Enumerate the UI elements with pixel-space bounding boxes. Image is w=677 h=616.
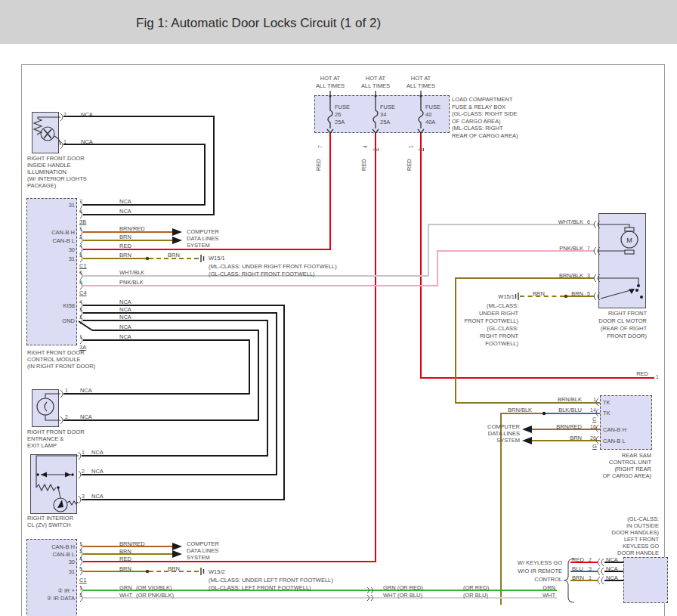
motor-label-1: RIGHT FRONT bbox=[608, 310, 647, 317]
sam-label-1: REAR SAM bbox=[622, 452, 651, 459]
handle-label-4: LEFT FRONT bbox=[624, 536, 659, 543]
sam-pin26: 26 bbox=[590, 435, 596, 441]
motor-pin5: 5 bbox=[587, 290, 590, 297]
m1-conn-c1: C1 bbox=[79, 262, 87, 269]
m1-pin2c: 2 bbox=[79, 314, 82, 320]
sam-pin14: 14 bbox=[590, 407, 596, 413]
illum-label-1: RIGHT FRONT DOOR bbox=[27, 155, 85, 162]
wire-brn-m2p5 bbox=[83, 571, 147, 572]
w15-1r-l2: UNDER RIGHT bbox=[479, 310, 518, 317]
m1-int-canbl: CAN-B L bbox=[52, 237, 75, 244]
m1-int-canbh: CAN-B H bbox=[51, 229, 75, 236]
m2-pin2: 2 bbox=[79, 548, 82, 555]
wire-brn-m1p5 bbox=[83, 258, 147, 259]
m1-pin5b: 5 bbox=[79, 279, 82, 286]
handle-nca2: NCA bbox=[606, 565, 618, 572]
sam-w-brnblk2: BRN/BLK bbox=[508, 407, 532, 413]
hot-label-3b: ALL TIMES bbox=[407, 82, 435, 89]
m1-w-brn5: BRN bbox=[119, 252, 131, 258]
fusebox-label-3: (GL-CLASS: RIGHT SIDE bbox=[452, 110, 518, 117]
sam-w-brn: BRN bbox=[570, 435, 582, 441]
computer-1c: SYSTEM bbox=[187, 242, 210, 249]
wire-red-fuse26-v bbox=[329, 133, 331, 250]
wire-red-fuse40-v bbox=[420, 133, 422, 379]
sw-nca3: NCA bbox=[91, 493, 104, 500]
sw-pin2: 2 bbox=[82, 468, 85, 475]
lamp-nca1: NCA bbox=[80, 387, 92, 394]
m1-pin4c: 4 bbox=[79, 299, 82, 305]
sam-int-tk2: TK bbox=[603, 410, 611, 416]
m2-w-red: RED bbox=[119, 556, 131, 562]
wire-nca-m1p2c bbox=[83, 320, 267, 321]
wire-nca-m1p3c bbox=[83, 312, 277, 314]
wire-nca-m1p4c bbox=[83, 305, 284, 306]
m1-pin1: 1 bbox=[79, 225, 82, 232]
fusebox-label-6: REAR OF CARGO AREA) bbox=[452, 132, 518, 139]
sam-w-brnred: BRN/RED bbox=[556, 423, 582, 430]
handle-label-1: (GL-CALSS: bbox=[627, 515, 659, 522]
illum-label-4: (W/ INTERIOR LIGHTS bbox=[27, 175, 87, 182]
w15-1r-l1: (ML-CLASS: bbox=[487, 302, 518, 309]
feed-red-label: RED bbox=[636, 370, 648, 377]
wire-nca-m1p6 bbox=[83, 214, 214, 215]
sw-pin3: 3 bbox=[82, 493, 85, 500]
m1-w-brn5b: BRN bbox=[168, 252, 180, 258]
fuse1-number: 26 bbox=[335, 111, 341, 118]
wire-nca-v2 bbox=[276, 312, 277, 475]
wire-nca-illum2-v bbox=[213, 116, 215, 215]
wire-nca-m1p7 bbox=[83, 204, 205, 206]
sam-conn-c: C bbox=[592, 416, 596, 423]
fuse3-name: FUSE bbox=[425, 104, 441, 110]
lamp-label-2: ENTRANCE & bbox=[27, 435, 63, 442]
wire-label-red-1: RED bbox=[315, 159, 322, 171]
computer-3c: SYSTEM bbox=[496, 437, 520, 444]
m1-pin5: 5 bbox=[79, 252, 82, 258]
motor-pin6: 6 bbox=[587, 218, 590, 225]
fuse1-name: FUSE bbox=[335, 104, 350, 110]
sam-w-brnblk: BRN/BLK bbox=[558, 396, 582, 403]
computer-1b: DATA LINES bbox=[187, 235, 218, 242]
m1-w-nca2b: NCA bbox=[119, 323, 131, 330]
m2-w-wht-alt: (OR PNK/BLK) bbox=[136, 592, 174, 599]
sam-int-canbl: CAN-B L bbox=[603, 438, 626, 444]
computer-3a: COMPUTER bbox=[487, 423, 520, 430]
fuse2-connector: 2 bbox=[372, 148, 379, 151]
wire-nca-sw1 bbox=[82, 455, 267, 457]
m1-pin3c: 3 bbox=[79, 306, 82, 313]
sw-nca1: NCA bbox=[91, 449, 104, 456]
fusebox-label-4: OF CARGO AREA) bbox=[452, 118, 501, 125]
wire-nca-v1 bbox=[283, 305, 285, 500]
handle-nca1: NCA bbox=[606, 556, 618, 563]
computer-3b: DATA LINES bbox=[488, 430, 520, 437]
m2-int-canbh: CAN-B H bbox=[51, 543, 75, 550]
fuse2-number: 34 bbox=[380, 111, 386, 118]
w15-1r-l6: FOOTWELL) bbox=[485, 340, 518, 347]
m1-int-31a: 31 bbox=[69, 202, 75, 209]
run-wht-alt: (OR BLU) bbox=[463, 592, 488, 599]
m1-w-whtblk: WHT/BLK bbox=[119, 269, 144, 276]
wire-label-red-2: RED bbox=[360, 159, 367, 171]
m2-int-ird: ② IR DATA bbox=[47, 595, 75, 602]
sam-int-canbh: CAN-B H bbox=[603, 426, 626, 433]
title-bar: Fig 1: Automatic Door Locks Circuit (1 o… bbox=[0, 0, 677, 44]
w15-2-name: W15/2 bbox=[209, 568, 225, 575]
m2-w-grn: GRN bbox=[119, 584, 132, 591]
computer-2a: COMPUTER bbox=[187, 540, 219, 547]
lamp-pin2: 2 bbox=[65, 413, 68, 420]
m1-conn-3b: 3B bbox=[79, 218, 86, 225]
motor-pin7: 7 bbox=[587, 245, 590, 252]
illum-label-5: PACKAGE) bbox=[27, 182, 56, 189]
m1-w-nca6: NCA bbox=[119, 208, 131, 215]
handle-pin2: 2 bbox=[589, 556, 592, 563]
run-grn-end: GRN bbox=[543, 584, 555, 591]
lamp-pin1: 1 bbox=[65, 387, 68, 394]
w15-1r-l3: FRONT FOOTWELL) bbox=[464, 317, 518, 324]
lamp-label-1: RIGHT FRONT DOOR bbox=[27, 429, 85, 435]
m1-pin1c: 1 bbox=[79, 333, 82, 340]
wire-nca-v3 bbox=[267, 320, 268, 457]
m1-int-gnd: GND bbox=[62, 317, 75, 324]
wire-nca-m1p1c bbox=[83, 339, 249, 341]
motor-w-brnblk: BRN/BLK bbox=[559, 272, 583, 279]
m1-w-nca4: NCA bbox=[119, 299, 131, 305]
w15-2-ml: (ML-CLASS: UNDER LEFT FRONT FOOTWELL) bbox=[209, 577, 333, 583]
